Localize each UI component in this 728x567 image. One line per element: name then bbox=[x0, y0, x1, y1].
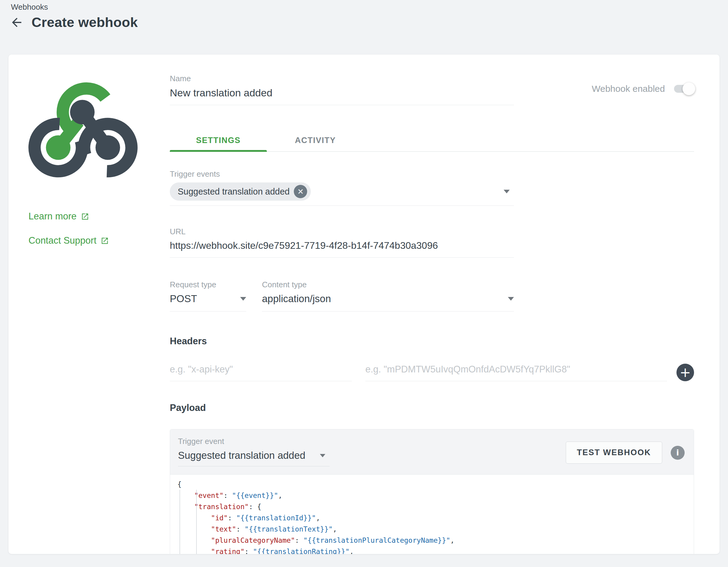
learn-more-link[interactable]: Learn more bbox=[29, 211, 109, 222]
chevron-down-icon[interactable] bbox=[504, 190, 510, 193]
settings-form: Name Webhook enabled SETTINGS ACTIVITY T… bbox=[170, 55, 720, 554]
content-type-select[interactable]: Content type application/json bbox=[262, 280, 514, 311]
url-input[interactable] bbox=[170, 237, 514, 257]
payload-code-lines: { "event": "{{event}}", "translation": {… bbox=[177, 479, 694, 554]
page-title: Create webhook bbox=[32, 15, 138, 30]
webhook-enabled-row: Webhook enabled bbox=[592, 84, 694, 94]
payload-trigger-label: Trigger event bbox=[178, 437, 330, 446]
contact-support-label: Contact Support bbox=[29, 235, 96, 246]
chevron-down-icon[interactable] bbox=[240, 297, 246, 300]
headers-heading: Headers bbox=[170, 336, 694, 347]
title-row: Create webhook bbox=[9, 15, 138, 30]
webhook-enabled-label: Webhook enabled bbox=[592, 84, 665, 94]
learn-more-label: Learn more bbox=[29, 211, 77, 222]
request-type-value: POST bbox=[170, 293, 197, 304]
breadcrumb[interactable]: Webhooks bbox=[11, 2, 48, 12]
tab-activity[interactable]: ACTIVITY bbox=[267, 129, 364, 151]
info-icon[interactable]: i bbox=[671, 446, 685, 460]
tab-bar: SETTINGS ACTIVITY bbox=[170, 129, 694, 152]
type-row: Request type POST Content type applicati… bbox=[170, 280, 694, 311]
test-webhook-button[interactable]: TEST WEBHOOK bbox=[566, 441, 663, 464]
back-button[interactable] bbox=[9, 15, 24, 30]
chip-remove-icon[interactable]: ✕ bbox=[294, 185, 307, 198]
indent-guide bbox=[196, 490, 197, 554]
panel-actions: TEST WEBHOOK i bbox=[566, 441, 685, 464]
webhook-logo bbox=[27, 72, 146, 193]
payload-code[interactable]: { "event": "{{event}}", "translation": {… bbox=[170, 475, 694, 554]
external-link-icon bbox=[81, 213, 89, 221]
payload-panel-header: Trigger event Suggested translation adde… bbox=[170, 429, 694, 475]
payload-trigger-select[interactable]: Trigger event Suggested translation adde… bbox=[178, 437, 330, 466]
name-input[interactable] bbox=[170, 83, 514, 105]
content-type-label: Content type bbox=[262, 280, 514, 289]
external-link-icon bbox=[101, 237, 109, 245]
request-type-select[interactable]: Request type POST bbox=[170, 280, 246, 311]
trigger-events-field: Trigger events Suggested translation add… bbox=[170, 170, 514, 206]
left-column: Learn more Contact Support bbox=[8, 55, 170, 554]
side-links: Learn more Contact Support bbox=[29, 211, 109, 246]
webhook-card: Learn more Contact Support Name Webhook … bbox=[8, 55, 720, 554]
payload-trigger-value: Suggested translation added bbox=[178, 450, 305, 461]
webhook-enabled-toggle[interactable] bbox=[674, 85, 694, 93]
indent-guide bbox=[179, 490, 180, 554]
headers-row: + bbox=[170, 364, 694, 381]
header-key-input[interactable] bbox=[170, 364, 352, 381]
name-label: Name bbox=[170, 74, 514, 83]
request-type-label: Request type bbox=[170, 280, 246, 289]
tab-settings[interactable]: SETTINGS bbox=[170, 129, 267, 151]
chip-label: Suggested translation added bbox=[178, 187, 290, 197]
header-value-input[interactable] bbox=[365, 364, 667, 381]
back-arrow-icon bbox=[10, 15, 24, 29]
url-field: URL bbox=[170, 227, 514, 258]
url-label: URL bbox=[170, 227, 514, 237]
payload-panel: Trigger event Suggested translation adde… bbox=[170, 429, 694, 554]
trigger-events-label: Trigger events bbox=[170, 170, 514, 179]
name-field: Name bbox=[170, 74, 514, 105]
toggle-thumb bbox=[683, 82, 695, 95]
chevron-down-icon[interactable] bbox=[508, 297, 514, 300]
add-header-button[interactable]: + bbox=[676, 364, 694, 381]
trigger-event-chip[interactable]: Suggested translation added ✕ bbox=[170, 183, 311, 201]
trigger-events-select[interactable]: Suggested translation added ✕ bbox=[170, 183, 514, 206]
content-type-value: application/json bbox=[262, 293, 331, 304]
payload-heading: Payload bbox=[170, 402, 694, 413]
contact-support-link[interactable]: Contact Support bbox=[29, 235, 109, 246]
chevron-down-icon[interactable] bbox=[320, 454, 325, 457]
